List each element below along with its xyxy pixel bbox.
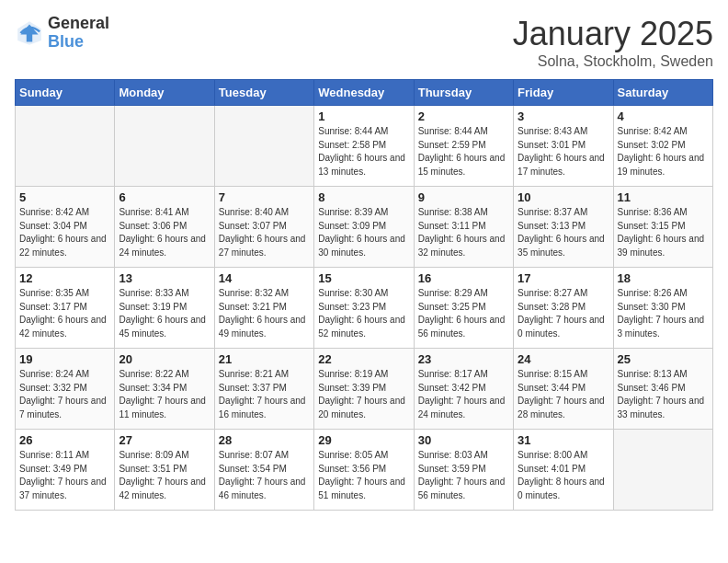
day-number: 17 (518, 271, 609, 285)
calendar-cell: 27Sunrise: 8:09 AM Sunset: 3:51 PM Dayli… (115, 430, 214, 511)
day-info: Sunrise: 8:33 AM Sunset: 3:19 PM Dayligh… (119, 287, 210, 340)
day-info: Sunrise: 8:11 AM Sunset: 3:49 PM Dayligh… (19, 449, 110, 502)
day-number: 25 (618, 352, 709, 366)
day-number: 29 (318, 433, 409, 447)
day-number: 14 (219, 271, 310, 285)
day-number: 26 (19, 433, 110, 447)
day-info: Sunrise: 8:44 AM Sunset: 2:58 PM Dayligh… (318, 125, 409, 178)
calendar-cell: 8Sunrise: 8:39 AM Sunset: 3:09 PM Daylig… (314, 187, 414, 268)
calendar-cell: 5Sunrise: 8:42 AM Sunset: 3:04 PM Daylig… (16, 187, 115, 268)
title-block: January 2025 Solna, Stockholm, Sweden (513, 15, 713, 70)
day-info: Sunrise: 8:19 AM Sunset: 3:39 PM Dayligh… (318, 368, 409, 421)
calendar-cell: 22Sunrise: 8:19 AM Sunset: 3:39 PM Dayli… (314, 349, 414, 430)
day-number: 6 (119, 190, 210, 204)
day-info: Sunrise: 8:35 AM Sunset: 3:17 PM Dayligh… (19, 287, 110, 340)
day-info: Sunrise: 8:38 AM Sunset: 3:11 PM Dayligh… (418, 206, 509, 259)
day-info: Sunrise: 8:15 AM Sunset: 3:44 PM Dayligh… (518, 368, 609, 421)
day-number: 22 (318, 352, 409, 366)
day-number: 18 (618, 271, 709, 285)
day-info: Sunrise: 8:09 AM Sunset: 3:51 PM Dayligh… (119, 449, 210, 502)
calendar-cell (16, 106, 115, 187)
calendar-cell: 31Sunrise: 8:00 AM Sunset: 4:01 PM Dayli… (514, 430, 613, 511)
day-number: 8 (318, 190, 409, 204)
day-number: 27 (119, 433, 210, 447)
calendar-cell: 30Sunrise: 8:03 AM Sunset: 3:59 PM Dayli… (414, 430, 513, 511)
day-info: Sunrise: 8:39 AM Sunset: 3:09 PM Dayligh… (318, 206, 409, 259)
day-info: Sunrise: 8:37 AM Sunset: 3:13 PM Dayligh… (518, 206, 609, 259)
day-info: Sunrise: 8:29 AM Sunset: 3:25 PM Dayligh… (418, 287, 509, 340)
day-info: Sunrise: 8:42 AM Sunset: 3:04 PM Dayligh… (19, 206, 110, 259)
calendar-cell: 3Sunrise: 8:43 AM Sunset: 3:01 PM Daylig… (514, 106, 613, 187)
logo-general-text: General (48, 15, 109, 33)
day-info: Sunrise: 8:43 AM Sunset: 3:01 PM Dayligh… (518, 125, 609, 178)
day-number: 10 (518, 190, 609, 204)
calendar-cell: 6Sunrise: 8:41 AM Sunset: 3:06 PM Daylig… (115, 187, 214, 268)
calendar-cell: 16Sunrise: 8:29 AM Sunset: 3:25 PM Dayli… (414, 268, 513, 349)
day-number: 2 (418, 109, 509, 123)
day-number: 11 (618, 190, 709, 204)
day-info: Sunrise: 8:27 AM Sunset: 3:28 PM Dayligh… (518, 287, 609, 340)
day-info: Sunrise: 8:26 AM Sunset: 3:30 PM Dayligh… (618, 287, 709, 340)
calendar-cell: 13Sunrise: 8:33 AM Sunset: 3:19 PM Dayli… (115, 268, 214, 349)
weekday-header-wednesday: Wednesday (314, 80, 414, 106)
calendar-cell: 24Sunrise: 8:15 AM Sunset: 3:44 PM Dayli… (514, 349, 613, 430)
day-number: 13 (119, 271, 210, 285)
day-number: 16 (418, 271, 509, 285)
day-number: 31 (518, 433, 609, 447)
weekday-header-monday: Monday (115, 80, 214, 106)
calendar-cell: 21Sunrise: 8:21 AM Sunset: 3:37 PM Dayli… (214, 349, 313, 430)
calendar-subtitle: Solna, Stockholm, Sweden (513, 53, 713, 70)
calendar-cell: 25Sunrise: 8:13 AM Sunset: 3:46 PM Dayli… (613, 349, 712, 430)
weekday-header-saturday: Saturday (613, 80, 712, 106)
weekday-header-thursday: Thursday (414, 80, 513, 106)
day-number: 24 (518, 352, 609, 366)
day-info: Sunrise: 8:44 AM Sunset: 2:59 PM Dayligh… (418, 125, 509, 178)
day-info: Sunrise: 8:00 AM Sunset: 4:01 PM Dayligh… (518, 449, 609, 502)
calendar-cell: 12Sunrise: 8:35 AM Sunset: 3:17 PM Dayli… (16, 268, 115, 349)
calendar-cell: 9Sunrise: 8:38 AM Sunset: 3:11 PM Daylig… (414, 187, 513, 268)
calendar-week-row: 19Sunrise: 8:24 AM Sunset: 3:32 PM Dayli… (16, 349, 713, 430)
day-info: Sunrise: 8:05 AM Sunset: 3:56 PM Dayligh… (318, 449, 409, 502)
day-number: 21 (219, 352, 310, 366)
calendar-cell: 23Sunrise: 8:17 AM Sunset: 3:42 PM Dayli… (414, 349, 513, 430)
calendar-cell (214, 106, 313, 187)
calendar-cell: 28Sunrise: 8:07 AM Sunset: 3:54 PM Dayli… (214, 430, 313, 511)
calendar-cell: 19Sunrise: 8:24 AM Sunset: 3:32 PM Dayli… (16, 349, 115, 430)
calendar-table: SundayMondayTuesdayWednesdayThursdayFrid… (15, 79, 713, 511)
day-info: Sunrise: 8:22 AM Sunset: 3:34 PM Dayligh… (119, 368, 210, 421)
calendar-cell: 17Sunrise: 8:27 AM Sunset: 3:28 PM Dayli… (514, 268, 613, 349)
page-header: General Blue January 2025 Solna, Stockho… (15, 15, 713, 70)
weekday-header-row: SundayMondayTuesdayWednesdayThursdayFrid… (16, 80, 713, 106)
calendar-cell: 7Sunrise: 8:40 AM Sunset: 3:07 PM Daylig… (214, 187, 313, 268)
weekday-header-friday: Friday (514, 80, 613, 106)
logo-text: General Blue (48, 15, 109, 52)
calendar-cell (115, 106, 214, 187)
calendar-cell: 18Sunrise: 8:26 AM Sunset: 3:30 PM Dayli… (613, 268, 712, 349)
calendar-cell: 15Sunrise: 8:30 AM Sunset: 3:23 PM Dayli… (314, 268, 414, 349)
logo-blue-text: Blue (48, 33, 109, 52)
day-info: Sunrise: 8:07 AM Sunset: 3:54 PM Dayligh… (219, 449, 310, 502)
day-number: 1 (318, 109, 409, 123)
day-number: 28 (219, 433, 310, 447)
day-info: Sunrise: 8:17 AM Sunset: 3:42 PM Dayligh… (418, 368, 509, 421)
day-number: 20 (119, 352, 210, 366)
day-info: Sunrise: 8:32 AM Sunset: 3:21 PM Dayligh… (219, 287, 310, 340)
day-info: Sunrise: 8:24 AM Sunset: 3:32 PM Dayligh… (19, 368, 110, 421)
calendar-cell: 1Sunrise: 8:44 AM Sunset: 2:58 PM Daylig… (314, 106, 414, 187)
calendar-cell: 20Sunrise: 8:22 AM Sunset: 3:34 PM Dayli… (115, 349, 214, 430)
calendar-title: January 2025 (513, 15, 713, 53)
day-number: 15 (318, 271, 409, 285)
day-info: Sunrise: 8:03 AM Sunset: 3:59 PM Dayligh… (418, 449, 509, 502)
day-info: Sunrise: 8:41 AM Sunset: 3:06 PM Dayligh… (119, 206, 210, 259)
weekday-header-sunday: Sunday (16, 80, 115, 106)
calendar-week-row: 5Sunrise: 8:42 AM Sunset: 3:04 PM Daylig… (16, 187, 713, 268)
calendar-cell: 26Sunrise: 8:11 AM Sunset: 3:49 PM Dayli… (16, 430, 115, 511)
logo-icon (15, 18, 44, 48)
calendar-cell: 11Sunrise: 8:36 AM Sunset: 3:15 PM Dayli… (613, 187, 712, 268)
calendar-cell: 2Sunrise: 8:44 AM Sunset: 2:59 PM Daylig… (414, 106, 513, 187)
weekday-header-tuesday: Tuesday (214, 80, 313, 106)
day-info: Sunrise: 8:30 AM Sunset: 3:23 PM Dayligh… (318, 287, 409, 340)
logo: General Blue (15, 15, 109, 52)
day-info: Sunrise: 8:40 AM Sunset: 3:07 PM Dayligh… (219, 206, 310, 259)
day-number: 30 (418, 433, 509, 447)
